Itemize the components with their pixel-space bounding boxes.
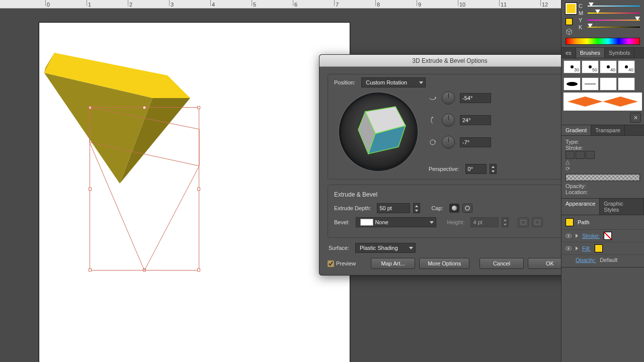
cancel-button[interactable]: Cancel — [479, 258, 524, 269]
disclosure-triangle-icon[interactable] — [576, 246, 578, 250]
position-label: Position: — [334, 79, 355, 85]
perspective-field[interactable] — [465, 164, 487, 174]
aspect-icon: ⟳ — [566, 165, 570, 171]
rotate-z-field[interactable] — [460, 137, 491, 147]
rotate-z-dial[interactable] — [442, 136, 455, 149]
disclosure-triangle-icon[interactable] — [576, 234, 578, 238]
bevel-in-button — [518, 217, 529, 227]
brush-size-cell[interactable]: 40 — [600, 60, 617, 73]
brushes-panel: es Brushes Symbols 30504040 ✕ — [561, 48, 644, 125]
right-panels: C M Y K es Brushes Symbols 30504040 — [561, 0, 644, 362]
tab-transparency[interactable]: Transpare — [591, 125, 625, 135]
extrude-depth-label: Extrude Depth: — [334, 205, 371, 211]
k-label: K — [579, 24, 585, 30]
gradient-type-label: Type: — [566, 139, 579, 145]
rotate-x-dial[interactable] — [442, 92, 455, 105]
appearance-panel: Appearance Graphic Styles Path Stroke: F… — [561, 199, 644, 267]
horizontal-ruler: 01234567891011121314 — [0, 0, 644, 9]
object-fill-swatch[interactable] — [566, 218, 574, 226]
cube-3d-icon — [566, 28, 577, 36]
stroke-gradient-buttons[interactable] — [566, 151, 640, 159]
rotate-y-icon — [429, 116, 437, 124]
position-dropdown[interactable]: Custom Rotation — [361, 77, 426, 87]
artboard[interactable] — [39, 23, 350, 362]
perspective-stepper[interactable] — [490, 164, 497, 174]
tab-symbols[interactable]: Symbols — [605, 48, 634, 58]
appearance-opacity-value: Default — [600, 257, 617, 263]
brush-thumb[interactable] — [600, 77, 617, 90]
extrude-depth-stepper[interactable] — [413, 203, 420, 213]
more-options-button[interactable]: More Options — [419, 258, 469, 269]
position-value: Custom Rotation — [366, 79, 407, 85]
map-art-button[interactable]: Map Art... — [371, 258, 415, 269]
visibility-toggle[interactable] — [566, 246, 572, 250]
close-icon[interactable]: ✕ — [630, 113, 641, 123]
brush-size-cell[interactable]: 30 — [564, 60, 581, 73]
rotate-y-dial[interactable] — [442, 114, 455, 127]
rotation-cube-preview[interactable] — [338, 92, 419, 172]
rotate-z-icon — [429, 138, 437, 146]
angle-icon: △ — [566, 159, 570, 165]
surface-value: Plastic Shading — [360, 245, 398, 251]
chevron-down-icon — [419, 81, 423, 84]
surface-dropdown[interactable]: Plastic Shading — [355, 243, 416, 253]
path-outline — [90, 107, 199, 270]
spectrum-bar[interactable] — [566, 38, 640, 45]
extrude-bevel-section-title: Extrude & Bevel — [334, 191, 566, 198]
bevel-label: Bevel: — [334, 219, 350, 225]
c-slider[interactable] — [588, 4, 640, 9]
m-label: M — [579, 10, 585, 16]
appearance-object-name: Path — [578, 219, 590, 225]
dialog-title[interactable]: 3D Extrude & Bevel Options — [319, 55, 580, 67]
bevel-dropdown[interactable]: None — [356, 217, 436, 227]
stroke-swatch[interactable] — [604, 232, 612, 240]
brush-thumb[interactable] — [582, 77, 599, 90]
tab-appearance[interactable]: Appearance — [561, 199, 600, 215]
surface-label: Surface: — [329, 245, 349, 251]
appearance-fill-label[interactable]: Fill: — [582, 245, 591, 251]
bevel-height-field — [470, 217, 499, 227]
cap-label: Cap: — [431, 205, 443, 211]
brush-preview[interactable] — [564, 93, 642, 111]
gradient-stroke-label: Stroke: — [566, 145, 583, 151]
brush-size-cell[interactable]: 50 — [582, 60, 599, 73]
y-label: Y — [579, 17, 585, 23]
k-slider[interactable] — [588, 25, 640, 30]
preview-checkbox[interactable]: Preview — [328, 260, 356, 267]
brush-thumb[interactable] — [618, 77, 635, 90]
gradient-opacity-label: Opacity: — [566, 183, 586, 189]
cap-off-button[interactable] — [462, 204, 472, 213]
cap-on-button[interactable] — [449, 204, 459, 213]
svg-point-15 — [567, 82, 578, 86]
tab-brushes[interactable]: Brushes — [576, 48, 605, 58]
y-slider[interactable] — [588, 18, 640, 23]
tab-gradient[interactable]: Gradient — [561, 125, 591, 135]
height-label: Height: — [447, 219, 465, 225]
rotate-y-field[interactable] — [460, 115, 491, 125]
bevel-out-button — [532, 217, 543, 227]
svg-point-14 — [625, 65, 628, 68]
bevel-chip-icon — [360, 219, 373, 226]
gradient-location-label: Location: — [566, 189, 588, 195]
fill-color-swatch[interactable] — [595, 244, 603, 252]
appearance-opacity-label[interactable]: Opacity: — [576, 257, 596, 263]
tab-graphic-styles[interactable]: Graphic Styles — [600, 199, 644, 215]
brush-size-cell[interactable]: 40 — [618, 60, 635, 73]
tab-strokes[interactable]: es — [561, 48, 576, 58]
3d-extrude-bevel-dialog[interactable]: 3D Extrude & Bevel Options Position: Cus… — [319, 54, 581, 276]
perspective-label: Perspective: — [429, 166, 459, 172]
visibility-toggle[interactable] — [566, 234, 572, 238]
chevron-down-icon — [430, 221, 434, 224]
gradient-ramp[interactable] — [566, 174, 640, 181]
extrude-depth-field[interactable] — [377, 203, 410, 213]
brush-thumb[interactable] — [564, 77, 581, 90]
m-slider[interactable] — [588, 11, 640, 16]
secondary-swatch[interactable] — [566, 18, 573, 25]
appearance-stroke-label[interactable]: Stroke: — [582, 233, 600, 239]
rotate-x-icon — [429, 94, 437, 102]
preview-label: Preview — [336, 260, 356, 266]
svg-rect-10 — [535, 220, 540, 224]
fill-swatch[interactable] — [566, 3, 577, 14]
gradient-panel: Gradient Transpare Type: Stroke: △ ⟳ Opa… — [561, 125, 644, 199]
rotate-x-field[interactable] — [460, 93, 491, 103]
